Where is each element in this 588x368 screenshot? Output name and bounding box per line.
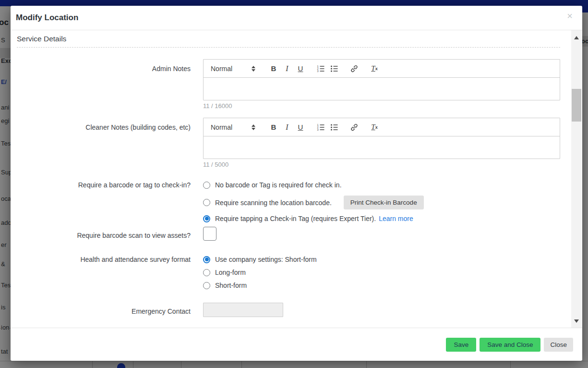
radio-icon[interactable]	[203, 269, 210, 276]
save-button[interactable]: Save	[446, 338, 476, 352]
survey-label: Health and attendance survey format	[17, 254, 191, 291]
survey-option-long-label[interactable]: Long-form	[215, 269, 246, 276]
admin-notes-input[interactable]	[204, 78, 560, 100]
modify-location-modal: Modify Location × Service Details Admin …	[11, 6, 582, 361]
radio-icon[interactable]	[203, 256, 210, 263]
bold-button[interactable]: B	[267, 121, 280, 134]
checkin-row: Require a barcode or tag to check-in? No…	[17, 180, 560, 224]
italic-button[interactable]: I	[280, 62, 294, 75]
learn-more-link[interactable]: Learn more	[379, 215, 413, 222]
checkin-option-none-label[interactable]: No barcode or Tag is required for check …	[215, 181, 342, 189]
cleaner-notes-row: Cleaner Notes (building codes, etc) Norm…	[17, 118, 560, 168]
modal-body: Service Details Admin Notes Normal B I	[11, 30, 571, 328]
radio-icon[interactable]	[203, 182, 210, 189]
emergency-row: Emergency Contact	[17, 303, 560, 317]
underline-button[interactable]: U	[294, 62, 307, 75]
survey-option-short-label[interactable]: Short-form	[215, 282, 247, 289]
scroll-up-icon[interactable]	[574, 36, 579, 39]
survey-option-long[interactable]: Long-form	[203, 267, 560, 278]
assets-checkbox[interactable]	[203, 227, 216, 241]
checkin-option-tag-label[interactable]: Require tapping a Check-in Tag (requires…	[215, 215, 376, 222]
format-dropdown-label: Normal	[211, 65, 232, 73]
checkin-label: Require a barcode or tag to check-in?	[17, 180, 191, 224]
bold-button[interactable]: B	[267, 62, 280, 75]
format-stepper-icon	[252, 124, 255, 130]
editor-toolbar: Normal B I U 123	[204, 118, 560, 136]
italic-button[interactable]: I	[280, 121, 294, 134]
page: ocSExcE/aniegiTesSupocaadoer&Tesisiontat…	[0, 0, 588, 368]
format-dropdown[interactable]: Normal	[211, 65, 255, 73]
survey-option-company[interactable]: Use company settings: Short-form	[203, 254, 560, 265]
survey-row: Health and attendance survey format Use …	[17, 254, 560, 291]
emergency-contact-input[interactable]	[203, 303, 283, 317]
modal-scrollbar[interactable]	[571, 30, 582, 328]
format-dropdown[interactable]: Normal	[211, 123, 255, 131]
section-divider	[17, 47, 560, 48]
admin-notes-counter: 11 / 16000	[203, 102, 560, 110]
cleaner-notes-editor: Normal B I U 123	[203, 118, 560, 159]
editor-toolbar: Normal B I U 123	[204, 60, 560, 78]
modal-footer: Save Save and Close Close	[11, 328, 582, 361]
survey-option-short[interactable]: Short-form	[203, 280, 560, 291]
ordered-list-button[interactable]: 123	[314, 121, 327, 134]
radio-icon[interactable]	[203, 282, 210, 289]
admin-notes-editor: Normal B I U 123	[203, 59, 560, 100]
print-checkin-barcode-button[interactable]: Print Check-in Barcode	[344, 196, 424, 209]
save-and-close-button[interactable]: Save and Close	[480, 338, 540, 352]
checkin-option-none[interactable]: No barcode or Tag is required for check …	[203, 180, 560, 190]
modal-header: Modify Location ×	[11, 6, 582, 30]
survey-option-company-label[interactable]: Use company settings: Short-form	[215, 256, 317, 263]
checkin-option-scan[interactable]: Require scanning the location barcode. P…	[203, 196, 560, 209]
clear-formatting-button[interactable]: Tx	[368, 62, 381, 75]
ordered-list-button[interactable]: 123	[314, 62, 327, 75]
cleaner-notes-counter: 11 / 5000	[203, 161, 560, 168]
section-title: Service Details	[17, 35, 560, 43]
modal-title: Modify Location	[11, 6, 582, 30]
close-icon[interactable]: ×	[567, 11, 573, 21]
svg-text:3: 3	[317, 70, 318, 73]
bullet-list-button[interactable]	[327, 121, 341, 134]
admin-notes-row: Admin Notes Normal B I U 123	[17, 59, 560, 110]
radio-icon[interactable]	[203, 199, 210, 206]
checkin-option-scan-label[interactable]: Require scanning the location barcode.	[215, 199, 332, 207]
link-button[interactable]	[348, 62, 361, 75]
format-dropdown-label: Normal	[211, 123, 232, 131]
emergency-label: Emergency Contact	[17, 303, 191, 317]
scroll-down-icon[interactable]	[574, 319, 579, 323]
underline-button[interactable]: U	[294, 121, 307, 134]
assets-row: Require barcode scan to view assets?	[17, 227, 560, 241]
format-stepper-icon	[252, 66, 255, 72]
admin-notes-label: Admin Notes	[17, 59, 191, 110]
close-button[interactable]: Close	[544, 338, 573, 352]
svg-text:3: 3	[317, 128, 318, 131]
checkin-option-tag[interactable]: Require tapping a Check-in Tag (requires…	[203, 213, 560, 224]
scrollbar-thumb[interactable]	[572, 89, 581, 122]
link-button[interactable]	[348, 121, 361, 134]
cleaner-notes-label: Cleaner Notes (building codes, etc)	[17, 118, 191, 168]
clear-formatting-button[interactable]: Tx	[368, 121, 381, 134]
cleaner-notes-input[interactable]	[204, 136, 560, 159]
bullet-list-button[interactable]	[327, 62, 341, 75]
assets-label: Require barcode scan to view assets?	[17, 227, 191, 241]
radio-icon[interactable]	[203, 215, 210, 222]
